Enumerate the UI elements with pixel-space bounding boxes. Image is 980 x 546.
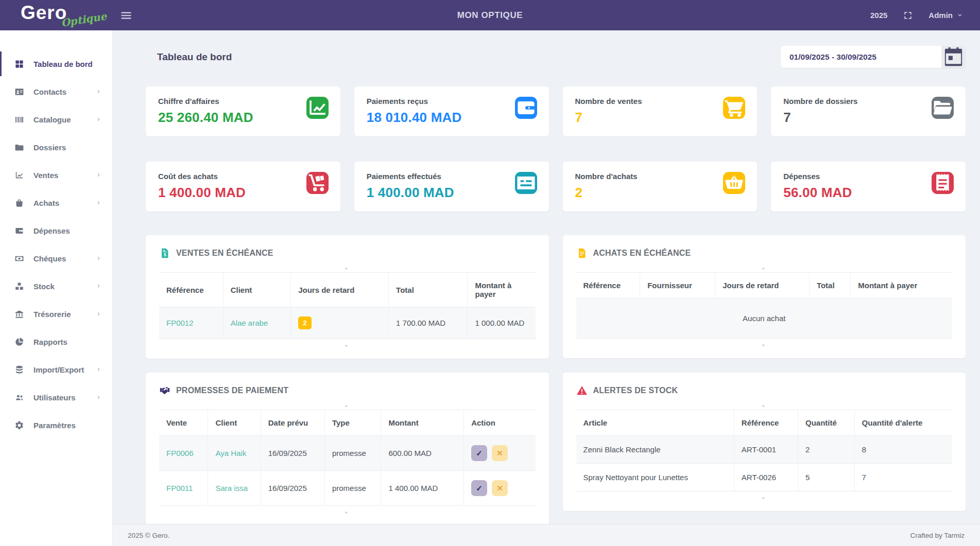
sidebar-item-dossiers[interactable]: Dossiers [0, 133, 112, 161]
sidebar-item-parametres[interactable]: Paramètres [0, 411, 112, 439]
stat-label: Paiements effectués [367, 172, 537, 181]
user-menu[interactable]: Admin [929, 11, 964, 20]
folder-icon [14, 143, 24, 152]
cancel-promise-button[interactable]: ✕ [492, 445, 508, 461]
stat-label: Paiements reçus [367, 97, 537, 105]
montant-a-payer-cell: 1 000.00 MAD [468, 307, 536, 339]
sidebar-item-depenses[interactable]: Dépenses [0, 217, 112, 244]
stat-label: Chiffre d'affaires [158, 97, 328, 105]
confirm-promise-button[interactable]: ✓ [471, 480, 487, 496]
sidebar-item-ventes[interactable]: Ventes [0, 161, 112, 189]
stat-value: 7 [575, 110, 745, 126]
scroll-down-icon[interactable] [159, 509, 536, 516]
client-cell: Sara issa [208, 471, 261, 506]
sidebar-item-catalogue[interactable]: Catalogue [0, 105, 112, 133]
date-range-input[interactable]: 01/09/2025 - 30/09/2025 [781, 46, 941, 68]
promesses-table: VenteClientDate prévuTypeMontantActionFP… [159, 410, 536, 506]
money-check-icon [515, 172, 537, 194]
scroll-up-icon[interactable] [159, 402, 536, 410]
reference-cell: FP0012 [159, 307, 223, 339]
scroll-down-icon[interactable] [576, 342, 953, 349]
client-link[interactable]: Alae arabe [231, 319, 268, 327]
menu-toggle-button[interactable] [119, 9, 133, 22]
footer-copyright: 2025 © Gero. [128, 532, 169, 539]
montant-cell: 1 400.00 MAD [381, 471, 464, 506]
sidebar-item-label: Catalogue [33, 115, 71, 124]
database-icon [14, 365, 24, 375]
column-header: Client [223, 273, 290, 307]
scroll-down-icon[interactable] [576, 495, 953, 502]
dashboard-icon [14, 59, 24, 69]
basket-icon [723, 172, 745, 194]
panel-promesses-de-paiement: PROMESSES DE PAIEMENT VenteClientDate pr… [146, 373, 549, 524]
contacts-icon [14, 87, 24, 97]
fullscreen-button[interactable] [903, 10, 913, 21]
sidebar-item-tableau-de-bord[interactable]: Tableau de bord [0, 50, 112, 78]
column-header: Client [208, 410, 261, 436]
chevron-right-icon [96, 255, 102, 261]
calendar-button[interactable] [941, 46, 966, 68]
sidebar-item-achats[interactable]: Achats [0, 189, 112, 217]
column-header: Référence [159, 273, 223, 307]
sidebar-item-label: Contacts [33, 87, 66, 96]
column-header: Total [809, 273, 850, 298]
gear-icon [14, 420, 24, 430]
stat-card-cout-des-achats: Coût des achats1 400.00 MAD [146, 162, 340, 212]
sidebar-item-cheques[interactable]: Chéques [0, 244, 112, 272]
reference-cell: ART-0026 [734, 464, 798, 491]
x-icon: ✕ [496, 449, 503, 458]
boxes-icon [14, 281, 24, 291]
client-link[interactable]: Aya Haik [215, 449, 246, 457]
date-range-picker[interactable]: 01/09/2025 - 30/09/2025 [781, 46, 966, 68]
sale-reference-link[interactable]: FP0012 [166, 319, 194, 327]
sidebar-item-label: Tableau de bord [33, 60, 93, 68]
stat-value: 1 400.00 MAD [158, 185, 328, 201]
stat-value: 1 400.00 MAD [367, 185, 537, 201]
handshake-icon [159, 385, 170, 396]
panel-ventes-en-echeance: $ VENTES EN ÉCHÉANCE RéférenceClientJour… [146, 235, 549, 359]
check-icon: ✓ [476, 449, 483, 458]
chart-line-icon [14, 170, 24, 180]
sidebar-item-stock[interactable]: Stock [0, 272, 112, 300]
scroll-up-icon[interactable] [576, 265, 953, 272]
sidebar-item-label: Achats [33, 199, 59, 207]
quantite-cell: 5 [798, 464, 854, 491]
cancel-promise-button[interactable]: ✕ [492, 480, 508, 496]
quantite-cell: 2 [798, 436, 854, 464]
page-title: Tableau de bord [157, 51, 232, 63]
stat-label: Nombre de ventes [575, 97, 745, 105]
year-selector[interactable]: 2025 [870, 11, 887, 20]
sidebar-item-rapports[interactable]: Rapports [0, 328, 112, 356]
sale-reference-link[interactable]: FP0011 [166, 484, 193, 492]
sidebar-item-contacts[interactable]: Contacts [0, 78, 112, 105]
table-row: Spray Nettoyant pour LunettesART-002657 [576, 464, 953, 491]
column-header: Fournisseur [640, 273, 715, 298]
panel-alertes-de-stock: ALERTES DE STOCK ArticleRéférenceQuantit… [563, 373, 966, 511]
quantite-alerte-cell: 8 [854, 436, 952, 464]
chevron-right-icon [96, 283, 102, 289]
sale-reference-link[interactable]: FP0006 [166, 449, 194, 457]
panel-header: ALERTES DE STOCK [576, 385, 953, 396]
stat-label: Nombre de dossiers [783, 97, 953, 105]
scroll-down-icon[interactable] [159, 342, 536, 349]
sidebar-item-import-export[interactable]: Import/Export [0, 356, 112, 383]
sidebar-item-tresorerie[interactable]: Trésorerie [0, 300, 112, 328]
sidebar-item-utilisateurs[interactable]: Utilisateurs [0, 383, 112, 411]
panel-title: ACHATS EN ÉCHÉANCE [593, 249, 691, 258]
app-title: MON OPTIQUE [0, 10, 980, 21]
confirm-promise-button[interactable]: ✓ [471, 445, 487, 461]
folder-open-icon [932, 97, 954, 119]
column-header: Quantité d'alerte [854, 410, 952, 436]
table-row: FP0011Sara issa16/09/2025promesse1 400.0… [159, 471, 536, 506]
scroll-up-icon[interactable] [159, 265, 536, 272]
scroll-up-icon[interactable] [576, 402, 953, 410]
client-cell: Alae arabe [223, 307, 290, 339]
type-cell: promesse [324, 436, 381, 471]
chevron-right-icon [96, 200, 102, 206]
client-link[interactable]: Sara issa [215, 484, 248, 492]
quantite-alerte-cell: 7 [854, 464, 952, 491]
stat-label: Coût des achats [158, 172, 328, 181]
article-cell: Spray Nettoyant pour Lunettes [576, 464, 734, 491]
column-header: Montant à payer [468, 273, 536, 307]
brand-logo[interactable]: Gero Optique [0, 0, 112, 30]
